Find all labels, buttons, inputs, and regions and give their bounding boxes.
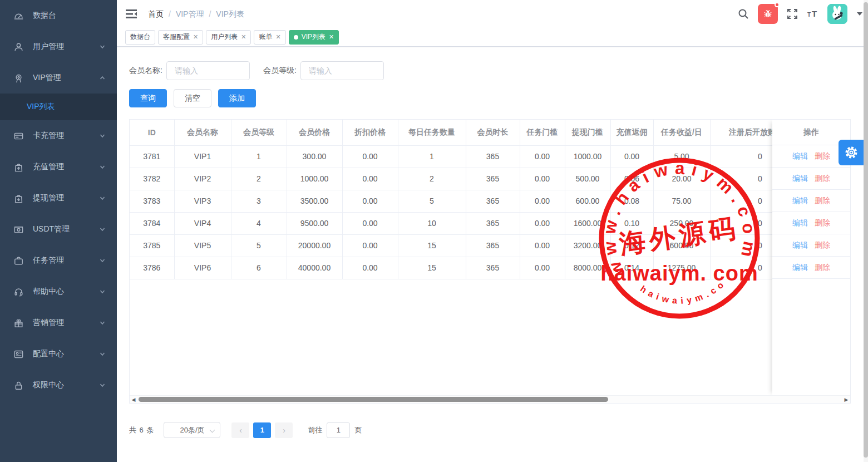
table-cell: VIP4 bbox=[174, 212, 231, 234]
edit-link[interactable]: 编辑 bbox=[792, 263, 808, 273]
sidebar-item-2[interactable]: VIP管理 bbox=[0, 62, 117, 94]
filter-input-0[interactable] bbox=[166, 61, 250, 80]
table-cell: 0.10 bbox=[610, 212, 653, 234]
edit-link[interactable]: 编辑 bbox=[792, 240, 808, 250]
edit-link[interactable]: 编辑 bbox=[792, 196, 808, 206]
table-cell: 500.00 bbox=[565, 168, 610, 190]
edit-link[interactable]: 编辑 bbox=[792, 151, 808, 161]
scroll-left-arrow-icon[interactable]: ◀ bbox=[131, 397, 136, 402]
tab-3[interactable]: 账单✕ bbox=[254, 30, 285, 45]
table-cell: 1 bbox=[231, 145, 287, 168]
chevron-down-icon bbox=[99, 43, 106, 50]
table-cell: 365 bbox=[466, 257, 520, 279]
delete-link[interactable]: 删除 bbox=[815, 151, 830, 161]
delete-link[interactable]: 删除 bbox=[815, 196, 830, 206]
button-0[interactable]: 查询 bbox=[129, 89, 167, 107]
table-cell: 3784 bbox=[130, 212, 174, 234]
filter-form: 会员名称:会员等级: bbox=[129, 61, 868, 80]
breadcrumb-separator: / bbox=[209, 9, 211, 18]
sidebar-item-0[interactable]: 数据台 bbox=[0, 0, 117, 31]
vertical-scrollbar-thumb[interactable] bbox=[864, 2, 868, 458]
table-cell: 3781 bbox=[130, 145, 174, 168]
table-cell: 5.00 bbox=[653, 145, 710, 168]
tab-1[interactable]: 客服配置✕ bbox=[158, 30, 203, 45]
table-cell: 0.00 bbox=[520, 145, 565, 168]
table-cell: 1600.00 bbox=[565, 212, 610, 234]
button-1[interactable]: 清空 bbox=[174, 89, 211, 107]
table-cell: 0.00 bbox=[342, 212, 398, 234]
sidebar-subitem-VIP列表[interactable]: VIP列表 bbox=[0, 94, 117, 120]
breadcrumb-item-1[interactable]: VIP管理 bbox=[176, 9, 204, 18]
table-cell: 250.00 bbox=[653, 212, 710, 234]
table-cell: 4 bbox=[231, 212, 287, 234]
table-cell: 1000.00 bbox=[287, 168, 342, 190]
sidebar-item-11[interactable]: 权限中心 bbox=[0, 370, 117, 401]
avatar[interactable] bbox=[827, 4, 847, 24]
close-icon[interactable]: ✕ bbox=[329, 34, 334, 40]
next-page-button[interactable]: › bbox=[275, 422, 293, 438]
table-cell: VIP3 bbox=[174, 190, 231, 212]
horizontal-scrollbar-thumb[interactable] bbox=[139, 397, 608, 402]
sidebar-item-4[interactable]: 充值管理 bbox=[0, 151, 117, 183]
close-icon[interactable]: ✕ bbox=[193, 34, 198, 40]
sidebar-item-7[interactable]: 任务管理 bbox=[0, 245, 117, 276]
tab-2[interactable]: 用户列表✕ bbox=[206, 30, 251, 45]
goto-page-input[interactable] bbox=[327, 422, 350, 438]
tags-view-bar: 数据台客服配置✕用户列表✕账单✕VIP列表✕ bbox=[117, 28, 868, 47]
chevron-up-icon bbox=[99, 75, 106, 81]
chevron-down-icon bbox=[99, 382, 106, 389]
sidebar-collapse-icon[interactable] bbox=[126, 8, 138, 19]
scroll-right-arrow-icon[interactable]: ▶ bbox=[844, 397, 849, 402]
table-cell: 2 bbox=[231, 168, 287, 190]
breadcrumb-item-0[interactable]: 首页 bbox=[148, 9, 164, 18]
filter-input-1[interactable] bbox=[300, 61, 384, 80]
table-cell: 15 bbox=[398, 234, 466, 257]
close-icon[interactable]: ✕ bbox=[275, 34, 280, 40]
page-number-button[interactable]: 1 bbox=[253, 422, 271, 438]
tab-label: VIP列表 bbox=[302, 32, 326, 42]
delete-link[interactable]: 删除 bbox=[815, 218, 830, 228]
table-row-2: 3783VIP333500.000.0053650.00600.000.0875… bbox=[130, 190, 810, 212]
bug-icon bbox=[763, 9, 773, 19]
bug-report-button[interactable] bbox=[758, 4, 778, 24]
table-cell: 0.00 bbox=[610, 145, 653, 168]
vertical-scrollbar bbox=[864, 0, 868, 462]
tab-4[interactable]: VIP列表✕ bbox=[289, 30, 339, 45]
sidebar-item-label: 营销管理 bbox=[33, 318, 64, 328]
table-cell: 3 bbox=[231, 190, 287, 212]
button-2[interactable]: 添加 bbox=[218, 89, 256, 107]
horizontal-scrollbar: ◀ ▶ bbox=[130, 395, 850, 403]
delete-link[interactable]: 删除 bbox=[815, 240, 830, 250]
edit-link[interactable]: 编辑 bbox=[792, 174, 808, 184]
user-menu-caret-icon[interactable] bbox=[857, 12, 862, 16]
sidebar-item-9[interactable]: 营销管理 bbox=[0, 307, 117, 338]
user-icon bbox=[13, 41, 24, 52]
sidebar-item-5[interactable]: 提现管理 bbox=[0, 183, 117, 214]
prev-page-button[interactable]: ‹ bbox=[231, 422, 249, 438]
table-settings-button[interactable] bbox=[839, 140, 864, 165]
page-size-select[interactable]: 20条/页 bbox=[164, 422, 220, 438]
chevron-down-icon bbox=[99, 351, 106, 357]
sidebar-item-1[interactable]: 用户管理 bbox=[0, 31, 117, 62]
column-header: 充值返佣 bbox=[610, 120, 653, 145]
sidebar-item-label: VIP管理 bbox=[33, 73, 61, 83]
delete-link[interactable]: 删除 bbox=[815, 174, 830, 184]
table-cell: VIP5 bbox=[174, 234, 231, 257]
sidebar-item-3[interactable]: 卡充管理 bbox=[0, 120, 117, 151]
close-icon[interactable]: ✕ bbox=[241, 34, 246, 40]
sidebar-item-6[interactable]: USDT管理 bbox=[0, 214, 117, 245]
sidebar-item-10[interactable]: 配置中心 bbox=[0, 338, 117, 370]
font-size-icon[interactable]: T T bbox=[807, 8, 819, 20]
table-cell: 0.14 bbox=[610, 257, 653, 279]
fullscreen-icon[interactable] bbox=[786, 8, 798, 20]
table-cell: VIP2 bbox=[174, 168, 231, 190]
table-row-1: 3782VIP221000.000.0023650.00500.000.0620… bbox=[130, 168, 810, 190]
delete-link[interactable]: 删除 bbox=[815, 263, 830, 273]
edit-link[interactable]: 编辑 bbox=[792, 218, 808, 228]
tab-0[interactable]: 数据台 bbox=[125, 30, 155, 45]
search-icon[interactable] bbox=[737, 8, 749, 20]
table-row-4: 3785VIP5520000.000.00153650.003200.000.1… bbox=[130, 234, 810, 257]
sidebar-item-8[interactable]: 帮助中心 bbox=[0, 276, 117, 307]
operations-row-3: 编辑删除 bbox=[772, 212, 850, 234]
filter-group-0: 会员名称: bbox=[129, 61, 250, 80]
